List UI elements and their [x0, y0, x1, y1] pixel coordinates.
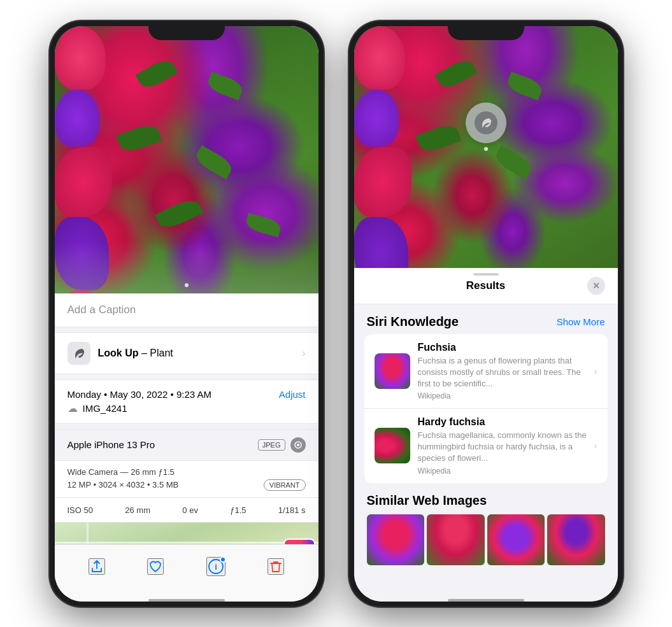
- favorite-button[interactable]: [147, 558, 164, 575]
- ev-value: 0 ev: [182, 505, 198, 515]
- megapixels-label: 12 MP • 3024 × 4032 • 3.5 MB: [68, 480, 179, 490]
- petal-cluster: [354, 26, 405, 90]
- drag-handle: [473, 273, 499, 276]
- knowledge-item-hardy-fuchsia[interactable]: Hardy fuchsia Fuchsia magellanica, commo…: [364, 408, 608, 483]
- map-road: [55, 542, 318, 544]
- similar-image-2[interactable]: [427, 514, 485, 565]
- lookup-em-dash: –: [139, 348, 150, 358]
- delete-button[interactable]: [268, 558, 284, 575]
- lookup-subject: Plant: [150, 348, 173, 358]
- petal-cluster: [354, 90, 399, 147]
- leaf-icon: [73, 347, 85, 360]
- right-screen-content: Results ✕ Siri Knowledge Show More: [354, 26, 618, 602]
- similar-image-4[interactable]: [547, 514, 605, 565]
- date-row: Monday • May 30, 2022 • 9:23 AM Adjust ☁…: [55, 379, 318, 424]
- camera-model-row: Apple iPhone 13 Pro JPEG: [55, 430, 318, 461]
- fuchsia-content: Fuchsia Fuchsia is a genus of flowering …: [418, 342, 587, 401]
- camera-model-label: Apple iPhone 13 Pro: [68, 439, 155, 450]
- petal-cluster: [55, 147, 112, 217]
- camera-info-row: Apple iPhone 13 Pro JPEG: [55, 429, 318, 523]
- lookup-label: Look Up – Plant: [98, 348, 173, 359]
- right-photo-area[interactable]: [354, 26, 618, 268]
- petal-cluster: [55, 26, 106, 90]
- petal-cluster: [354, 147, 411, 217]
- jpeg-badge: JPEG: [258, 439, 285, 451]
- leaf: [415, 121, 461, 154]
- hardy-fuchsia-source: Wikipedia: [418, 467, 587, 476]
- settings-icon[interactable]: [290, 437, 306, 453]
- siri-dot: [484, 147, 488, 151]
- exif-ev: 0 ev: [182, 504, 198, 516]
- similar-web-title: Similar Web Images: [367, 493, 605, 508]
- camera-specs-line2: 12 MP • 3024 × 4032 • 3.5 MB VIBRANT: [68, 479, 306, 491]
- caption-placeholder[interactable]: Add a Caption: [68, 304, 136, 316]
- home-indicator: [148, 599, 225, 602]
- camera-specs-row: Wide Camera — 26 mm ƒ1.5 12 MP • 3024 × …: [55, 461, 318, 498]
- show-more-button[interactable]: Show More: [557, 316, 605, 327]
- photo-page-indicator: [185, 283, 189, 287]
- fuchsia-thumb-image: [375, 353, 410, 389]
- adjust-button[interactable]: Adjust: [279, 389, 306, 400]
- right-phone: Results ✕ Siri Knowledge Show More: [349, 21, 623, 607]
- phone-notch: [148, 21, 225, 40]
- hardy-fuchsia-title: Hardy fuchsia: [418, 416, 587, 428]
- leaf: [504, 71, 543, 100]
- similar-image-3[interactable]: [487, 514, 545, 565]
- hardy-fuchsia-thumb-image: [375, 428, 410, 463]
- bottom-toolbar: i: [55, 544, 318, 602]
- exif-iso: ISO 50: [68, 504, 93, 516]
- exif-aperture: ƒ1.5: [230, 504, 246, 516]
- results-panel: Results ✕ Siri Knowledge Show More: [354, 268, 618, 575]
- leaf: [154, 195, 203, 232]
- exif-row: ISO 50 26 mm 0 ev ƒ1.5 1/181 s: [55, 498, 318, 522]
- knowledge-item-fuchsia[interactable]: Fuchsia Fuchsia is a genus of flowering …: [364, 334, 608, 409]
- filename-row: ☁ IMG_4241: [68, 402, 306, 414]
- info-button[interactable]: i: [206, 557, 225, 576]
- leaf: [244, 213, 282, 237]
- similar-images-grid: [367, 514, 605, 565]
- leaf: [434, 56, 477, 92]
- fuchsia-thumbnail: [375, 353, 410, 389]
- shutter-value: 1/181 s: [278, 505, 306, 515]
- photo-area[interactable]: [55, 26, 318, 293]
- siri-inner: [475, 111, 497, 134]
- results-title: Results: [385, 279, 587, 292]
- similar-image-1[interactable]: [367, 514, 425, 565]
- fuchsia-chevron-icon: ›: [594, 366, 597, 376]
- siri-knowledge-title: Siri Knowledge: [367, 314, 459, 329]
- aperture-value: ƒ1.5: [230, 505, 246, 515]
- hardy-fuchsia-description: Fuchsia magellanica, commonly known as t…: [418, 430, 587, 465]
- siri-knowledge-section-header: Siri Knowledge Show More: [354, 304, 618, 334]
- filename-label: IMG_4241: [83, 403, 127, 414]
- exif-shutter: 1/181 s: [278, 504, 306, 516]
- hardy-fuchsia-content: Hardy fuchsia Fuchsia magellanica, commo…: [418, 416, 587, 476]
- lookup-row[interactable]: Look Up – Plant ›: [55, 332, 318, 374]
- fuchsia-source: Wikipedia: [418, 391, 587, 400]
- home-indicator-right: [448, 599, 524, 602]
- similar-web-section: Similar Web Images: [354, 488, 618, 575]
- leaf-siri-icon: [480, 116, 492, 129]
- date-line: Monday • May 30, 2022 • 9:23 AM Adjust: [68, 389, 306, 400]
- left-phone: Add a Caption Look Up – Plant ›: [50, 21, 324, 607]
- wide-camera-label: Wide Camera — 26 mm ƒ1.5: [68, 467, 306, 477]
- knowledge-card: Fuchsia Fuchsia is a genus of flowering …: [364, 334, 608, 483]
- date-text: Monday • May 30, 2022 • 9:23 AM: [68, 389, 211, 400]
- leaf: [492, 144, 534, 179]
- results-panel-wrapper: Results ✕ Siri Knowledge Show More: [354, 268, 618, 602]
- leaf: [193, 144, 235, 179]
- phone-notch-right: [448, 21, 524, 40]
- caption-area[interactable]: Add a Caption: [55, 293, 318, 327]
- format-badges: JPEG: [258, 437, 306, 453]
- hardy-fuchsia-thumbnail: [375, 428, 410, 463]
- exif-focal: 26 mm: [125, 504, 150, 516]
- focal-value: 26 mm: [125, 505, 150, 515]
- close-results-button[interactable]: ✕: [587, 277, 605, 295]
- siri-visual-intelligence-button[interactable]: [466, 102, 506, 143]
- lookup-chevron-icon: ›: [302, 348, 305, 359]
- share-button[interactable]: [89, 558, 105, 575]
- results-header: Results ✕: [354, 268, 618, 304]
- petal-cluster: [55, 90, 99, 147]
- iso-value: ISO 50: [68, 505, 93, 515]
- vibrant-badge: VIBRANT: [264, 479, 306, 491]
- leaf: [135, 56, 178, 92]
